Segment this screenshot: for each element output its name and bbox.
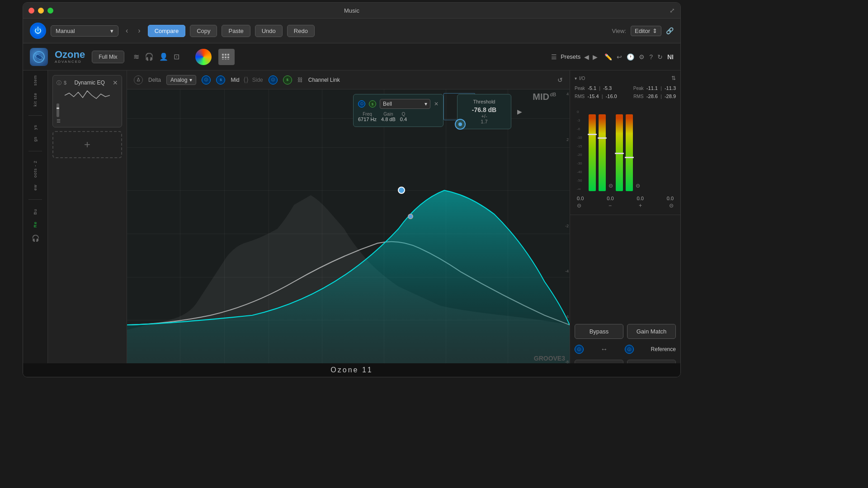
db-tick-n4: -4 [558, 269, 569, 273]
channel-link-button[interactable]: Channel Link [308, 77, 340, 83]
threshold-ratio: 1.7 [462, 119, 506, 124]
mid-side-row: Mid ⟨⟩ Side [231, 75, 263, 84]
reference-label: Reference [651, 346, 676, 352]
svg-rect-6 [222, 56, 224, 58]
ozone-logo-sub: ADVANCED [55, 60, 82, 64]
add-module-button[interactable]: + [52, 131, 122, 158]
module-close-button[interactable]: ✕ [113, 79, 118, 86]
right-panel: ▾ I/O ⇅ Peak -5.1 | -5.3 [570, 70, 680, 377]
module-waveform [57, 89, 118, 102]
expand-icon[interactable]: ⤢ [670, 7, 675, 14]
rms-val-r: -28.6 | -28.9 [646, 94, 676, 99]
view-dropdown[interactable]: Editor ⇕ [631, 26, 661, 36]
side-button[interactable]: Side [252, 77, 263, 83]
band-popup: ⓘ $ Bell ▾ ✕ Freq 6717 Hz [353, 94, 443, 127]
headphone-icon[interactable]: 🎧 [145, 52, 154, 61]
side-dollar-icon[interactable]: $ [283, 75, 292, 84]
meter-fader-2[interactable] [598, 137, 607, 139]
sidebar-item-ys[interactable]: ys [33, 125, 38, 130]
reference-icon-btn[interactable]: ⓘ [625, 345, 634, 354]
undo-icon[interactable]: ↩ [617, 53, 622, 61]
meter-fader-3[interactable] [615, 153, 624, 154]
grid-button[interactable] [218, 49, 235, 65]
gain-label: Gain [383, 112, 393, 117]
freq-label: Freq [363, 112, 372, 117]
mid-button[interactable]: Mid [231, 77, 239, 83]
band-dollar-icon[interactable]: $ [369, 100, 376, 108]
fullmix-button[interactable]: Full Mix [92, 51, 124, 63]
spectrum-orb[interactable] [195, 49, 212, 65]
side-info-icon[interactable]: ⓘ [269, 75, 278, 84]
share-icon[interactable]: ↻ [657, 53, 663, 61]
prev-preset-icon[interactable]: ◀ [584, 53, 589, 61]
main-window: Music ⤢ ⏻ Manual ▾ ‹ › Compare Copy Past… [23, 2, 681, 377]
db-tick-n6: -6 [558, 314, 569, 319]
headphone-sidebar-icon[interactable]: 🎧 [32, 235, 39, 242]
groove3-logo: GROOVE3 [534, 355, 565, 362]
dollar-icon[interactable]: $ [64, 80, 66, 85]
sidebar-item-oots[interactable]: oots - 2 [33, 160, 38, 178]
back-button[interactable]: ‹ [123, 25, 131, 37]
history-icon[interactable]: 🕐 [627, 53, 634, 61]
undo-button[interactable]: Undo [255, 25, 283, 37]
meter-plus-btn[interactable]: + [639, 202, 642, 209]
svg-rect-9 [222, 59, 224, 60]
gain-match-button[interactable]: Gain Match [627, 324, 676, 339]
meter-link-icon-2[interactable]: ⊝ [636, 183, 640, 191]
sidebar-item-ew[interactable]: ew [33, 184, 38, 191]
mid-dollar-icon[interactable]: $ [216, 75, 225, 84]
sidebar-item-bu[interactable]: Bu [33, 209, 38, 215]
minimize-button[interactable] [38, 8, 44, 14]
band-type-dropdown[interactable]: Bell ▾ [380, 99, 430, 109]
power-button[interactable]: ⏻ [30, 23, 46, 39]
threshold-arrow-icon: ▶ [517, 108, 522, 115]
meter-link-btn-2[interactable]: ⊝ [669, 202, 674, 209]
info-icon[interactable]: ⓘ [57, 80, 61, 86]
redo-button[interactable]: Redo [287, 25, 315, 37]
pencil-icon[interactable]: ✏️ [604, 53, 612, 61]
next-preset-icon[interactable]: ▶ [593, 53, 598, 61]
peak-val-1: -5.1 | -5.3 [588, 85, 612, 91]
meter-fader-4[interactable] [625, 157, 634, 158]
reset-button[interactable]: ↺ [557, 76, 563, 84]
paste-button[interactable]: Paste [222, 25, 250, 37]
person-icon[interactable]: 👤 [159, 52, 168, 61]
close-button[interactable] [28, 8, 34, 14]
help-icon[interactable]: ? [649, 53, 653, 61]
settings-icon[interactable]: ⚙ [639, 53, 645, 61]
analog-dropdown[interactable]: Analog ▾ [166, 75, 196, 85]
delta-label: Delta [148, 77, 161, 83]
meter-link-icon[interactable]: ⊝ [609, 183, 613, 191]
meter-link-btn-1[interactable]: ⊝ [577, 202, 581, 209]
compare-button[interactable]: Compare [148, 25, 185, 37]
camera-icon[interactable]: ⊡ [174, 52, 179, 61]
meter-fader-1[interactable] [588, 134, 597, 135]
band-close-icon[interactable]: ✕ [434, 101, 439, 107]
sidebar-item-stem[interactable]: stem [33, 75, 38, 86]
presets-button[interactable]: Presets [561, 53, 580, 60]
forward-button[interactable]: › [135, 25, 143, 37]
copy-button[interactable]: Copy [190, 25, 217, 37]
sidebar-item-gs[interactable]: gs [33, 136, 38, 142]
eq-band-handle-2[interactable] [408, 214, 413, 219]
mid-side-separator: ⟨⟩ [243, 75, 249, 84]
band-info-icon[interactable]: ⓘ [358, 100, 365, 108]
meters-arrows-icon[interactable]: ⇅ [671, 75, 676, 81]
waveform-icon[interactable]: ≋ [133, 52, 139, 61]
threshold-value: -76.8 dB [462, 106, 506, 113]
maximize-button[interactable] [47, 8, 53, 14]
threshold-title: Threshold [462, 99, 506, 104]
scale-0: 0 [577, 110, 585, 114]
bypass-button[interactable]: Bypass [575, 324, 623, 339]
mid-info-icon[interactable]: ⓘ [202, 75, 211, 84]
eq-band-handle-1[interactable] [398, 187, 405, 194]
reference-arrows-icon[interactable]: ↔ [601, 345, 608, 353]
sidebar-item-kit[interactable]: kit ste [33, 93, 38, 107]
meter-minus-btn[interactable]: − [609, 202, 612, 209]
reference-info-icon[interactable]: ⓘ [575, 345, 584, 354]
sidebar-item-re[interactable]: Re [33, 221, 38, 228]
manual-dropdown[interactable]: Manual ▾ [51, 25, 118, 37]
link-icon[interactable]: 🔗 [666, 27, 674, 34]
delta-button[interactable]: Δ [134, 75, 143, 84]
eq-drag-handle[interactable] [455, 119, 466, 130]
